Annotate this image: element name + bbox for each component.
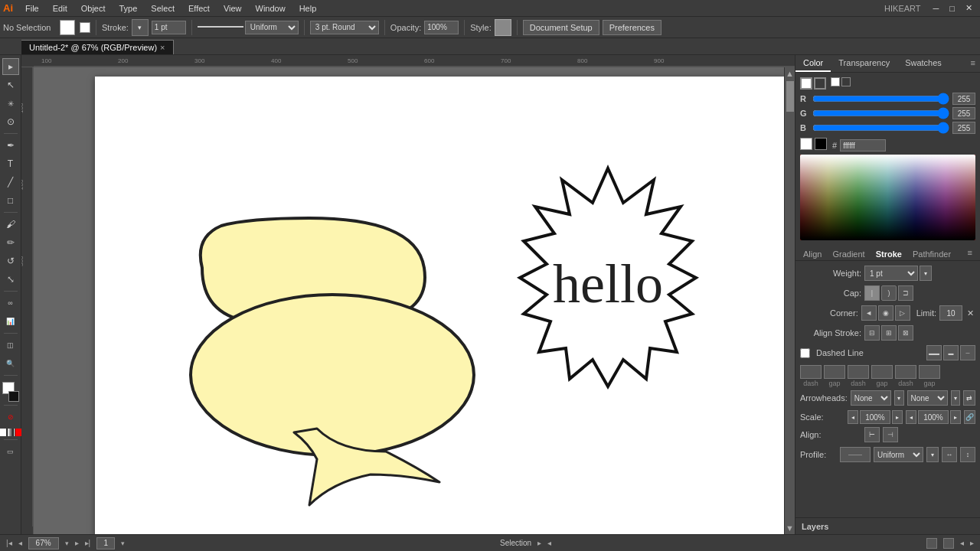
weight-dropdown-arrow[interactable]: ▾ [920, 266, 932, 281]
r-value-input[interactable]: 255 [952, 93, 975, 105]
selection-tool[interactable]: ▸ [2, 58, 19, 75]
dash-preset-1[interactable]: ▬▬ [926, 345, 942, 360]
scale1-up[interactable]: ▸ [892, 410, 903, 424]
page-nav-back[interactable]: ◂ [18, 539, 22, 547]
direct-select-tool[interactable]: ↖ [2, 77, 19, 93]
pathfinder-tab[interactable]: Pathfinder [910, 248, 954, 260]
scale2-input[interactable]: 100% [918, 410, 949, 424]
normal-mode-btn[interactable] [0, 429, 6, 436]
menu-view[interactable]: View [217, 2, 248, 15]
close-btn[interactable]: ✕ [961, 3, 977, 13]
arrow-start-dropdown[interactable]: ▾ [894, 390, 904, 406]
eyedropper-tool[interactable]: 🔍 [2, 355, 19, 372]
color-selector[interactable] [2, 382, 19, 402]
link-scales-btn[interactable]: 🔗 [964, 410, 975, 424]
stroke-options[interactable]: ▾ [132, 19, 149, 36]
scroll-bottom-left[interactable]: ◂ [960, 539, 964, 547]
fill-icon[interactable] [800, 77, 812, 90]
dash1-input[interactable] [800, 365, 822, 379]
dash3-input[interactable] [895, 365, 916, 379]
flip-profile-btn[interactable]: ↔ [942, 447, 957, 462]
zoom-input[interactable] [28, 537, 59, 549]
blend-tool[interactable]: ∞ [2, 295, 19, 311]
stroke-color-swatch[interactable] [80, 22, 90, 33]
menu-effect[interactable]: Effect [182, 2, 216, 15]
arrow-start-select[interactable]: None [851, 390, 891, 406]
page-dropdown[interactable]: ▾ [121, 540, 125, 547]
scale2-down[interactable]: ◂ [906, 410, 916, 424]
white-swatch[interactable] [800, 138, 812, 150]
dashed-checkbox[interactable] [800, 348, 810, 358]
align-tab[interactable]: Align [800, 248, 825, 260]
round-cap-btn[interactable]: ) [881, 285, 897, 301]
arrow-end-select[interactable]: None [907, 390, 948, 406]
canvas-area[interactable]: hello [34, 67, 784, 534]
dash-preset-2[interactable]: ▬ [943, 345, 959, 360]
fill-none[interactable]: ⊘ [2, 409, 19, 425]
sub-panel-menu-btn[interactable]: ≡ [965, 248, 975, 260]
right-scrollbar[interactable]: ▲ ▼ [784, 67, 795, 534]
projecting-cap-btn[interactable]: ⊐ [898, 285, 913, 301]
panel-menu-btn[interactable]: ≡ [966, 55, 980, 72]
rotate-tool[interactable]: ↺ [2, 253, 19, 269]
align-inside-btn[interactable]: ⊞ [881, 325, 897, 341]
yellow-bubble-body[interactable] [191, 295, 474, 455]
gap1-input[interactable] [824, 365, 845, 379]
stroke-box[interactable] [8, 391, 19, 402]
gap2-input[interactable] [871, 365, 893, 379]
stroke-tab[interactable]: Stroke [873, 248, 905, 260]
stroke-style-select[interactable]: Uniform [245, 21, 299, 34]
menu-object[interactable]: Object [75, 2, 112, 15]
lasso-tool[interactable]: ⊙ [2, 113, 19, 130]
hex-input[interactable]: ffffff [840, 139, 886, 152]
page-input[interactable] [96, 537, 115, 549]
profile-select[interactable]: Uniform [874, 447, 923, 462]
gradient-tool[interactable]: ◫ [2, 337, 19, 354]
magic-wand-tool[interactable]: ✳ [2, 95, 19, 112]
arrow-end-dropdown[interactable]: ▾ [951, 390, 961, 406]
screen-mode-btn[interactable]: ▭ [2, 443, 19, 460]
page-nav-fwd[interactable]: ▸ [75, 539, 79, 547]
scroll-up-btn[interactable]: ▲ [786, 69, 794, 78]
doc-setup-btn[interactable]: Document Setup [523, 20, 599, 35]
status-stop-btn[interactable]: ◂ [547, 539, 551, 547]
zoom-dropdown[interactable]: ▾ [65, 540, 69, 547]
gap3-input[interactable] [919, 365, 940, 379]
limit-x-btn[interactable]: ✕ [965, 308, 975, 318]
page-nav-last[interactable]: ▸| [85, 539, 91, 547]
line-tool[interactable]: ╱ [2, 174, 19, 191]
align-right-btn[interactable]: ⊣ [883, 427, 898, 442]
gradient-tab[interactable]: Gradient [829, 248, 867, 260]
color-picker[interactable] [800, 155, 975, 240]
status-play-btn[interactable]: ▸ [537, 539, 541, 547]
bevel-join-btn[interactable]: ▷ [895, 305, 910, 321]
preferences-btn[interactable]: Preferences [603, 20, 662, 35]
flip-profile-v-btn[interactable]: ↕ [960, 447, 975, 462]
scroll-thumb[interactable] [786, 81, 794, 112]
butt-cap-btn[interactable]: | [864, 285, 880, 301]
stroke-weight-input[interactable] [152, 21, 186, 34]
tab-color[interactable]: Color [795, 55, 831, 72]
dash-preset-3[interactable]: ─ [960, 345, 975, 360]
menu-window[interactable]: Window [250, 2, 292, 15]
scroll-down-btn[interactable]: ▼ [786, 523, 794, 533]
scroll-bottom-right[interactable]: ▸ [970, 539, 974, 547]
page-nav-prev[interactable]: |◂ [6, 539, 12, 547]
scale1-down[interactable]: ◂ [848, 410, 858, 424]
tab-close-btn[interactable]: × [160, 43, 165, 52]
miter-join-btn[interactable]: ◄ [861, 305, 877, 321]
tab-transparency[interactable]: Transparency [831, 55, 897, 72]
menu-edit[interactable]: Edit [47, 2, 74, 15]
b-value-input[interactable]: 255 [952, 122, 975, 134]
view-toggle-right[interactable] [943, 538, 954, 549]
stroke-icon[interactable] [814, 77, 826, 90]
opacity-input[interactable] [424, 21, 459, 34]
maximize-btn[interactable]: □ [945, 4, 959, 13]
color-mode-icon[interactable] [831, 77, 840, 86]
view-toggle-left[interactable] [926, 538, 937, 549]
g-value-input[interactable]: 255 [952, 107, 975, 119]
stroke-cap-select[interactable]: 3 pt. Round [310, 21, 379, 34]
menu-help[interactable]: Help [293, 2, 323, 15]
document-tab[interactable]: Untitled-2* @ 67% (RGB/Preview) × [21, 40, 174, 54]
swap-arrows-btn[interactable]: ⇄ [963, 390, 975, 406]
